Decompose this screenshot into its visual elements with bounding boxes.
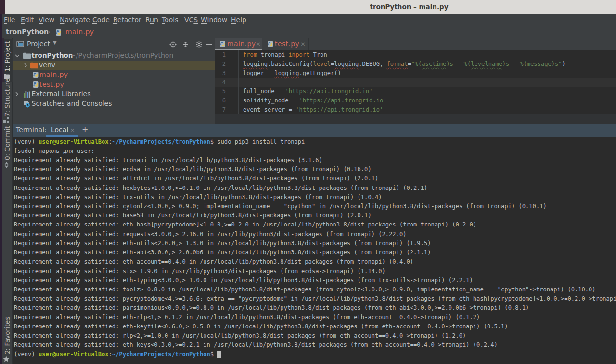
corner <box>0 0 5 14</box>
breadcrumbs[interactable]: tronPython › main.py <box>0 26 616 38</box>
tree-venv[interactable]: venv <box>13 61 215 70</box>
project-header: Project ▼ <box>13 38 215 50</box>
title-bar: tronPython – main.py <box>0 0 616 14</box>
line-numbers: 1 2 3 4 5 6 7 <box>215 50 226 114</box>
project-panel: Project ▼ <box>13 38 215 124</box>
tree-main[interactable]: main.py <box>13 70 215 80</box>
tab-test[interactable]: test.py × <box>263 38 309 50</box>
tree-ext[interactable]: External Libraries <box>13 89 215 99</box>
editor: main.py × test.py × 1 2 3 4 5 6 7 from t… <box>215 38 616 124</box>
menu-bar[interactable]: File Edit View Navigate Code Refactor Ru… <box>0 14 616 26</box>
code: from tronapi import Tron logging.basicCo… <box>243 50 565 114</box>
terminal: Terminal: Local × + (venv) user@user-Vir… <box>13 124 616 364</box>
tab-main[interactable]: main.py × <box>215 38 262 50</box>
tree-scratches[interactable]: Scratches and Consoles <box>13 99 215 109</box>
tree-test[interactable]: test.py <box>13 80 215 89</box>
editor-tabs: main.py × test.py × <box>215 38 616 50</box>
terminal-output: (venv) user@user-VirtualBox:~/PycharmPro… <box>14 138 616 359</box>
terminal-header: Terminal: Local × + <box>13 124 616 137</box>
terminal-tab[interactable]: Local <box>51 126 68 134</box>
pycharm-ide: tronPython – main.py File Edit View Navi… <box>0 0 616 364</box>
